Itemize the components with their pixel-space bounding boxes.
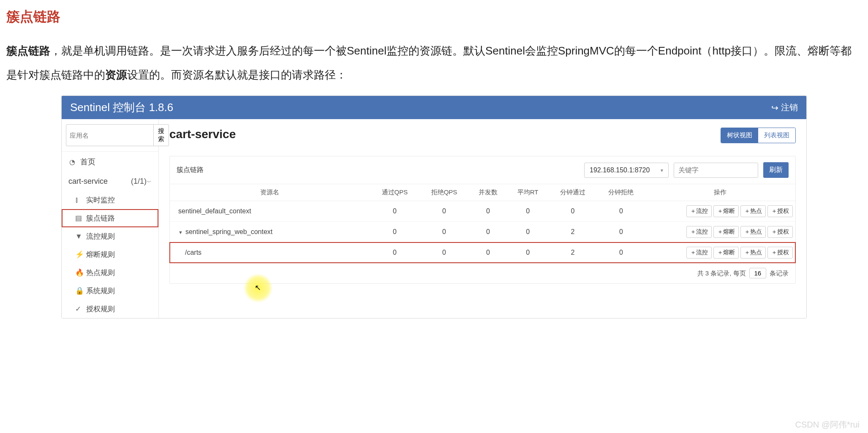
auth-rule-button[interactable]: ＋授权 <box>767 247 793 259</box>
main-title: cart-service <box>169 128 236 141</box>
cell-thread: 0 <box>469 201 507 222</box>
bolt-icon: ⚡ <box>75 250 82 259</box>
cell-block-qps: 0 <box>419 222 469 242</box>
cell-resource-name: /carts <box>170 242 370 263</box>
sidebar-home-label: 首页 <box>80 157 95 167</box>
cell-rt: 0 <box>507 222 549 242</box>
cell-min-block: 0 <box>597 242 645 263</box>
doc-text-2: 设置的。而资源名默认就是接口的请求路径： <box>127 68 347 81</box>
table-row: /carts 0 0 0 0 2 0 ＋流控 ＋熔断 ＋热点 ＋授权 <box>170 242 795 263</box>
app-label: cart-service <box>68 177 108 186</box>
sidebar-item-label: 熔断规则 <box>86 250 115 259</box>
doc-paragraph: 簇点链路，就是单机调用链路。是一次请求进入服务后经过的每一个被Sentinel监… <box>6 39 862 87</box>
sidebar-item-label: 流控规则 <box>86 231 115 241</box>
view-toggle: 树状视图 列表视图 <box>721 128 796 143</box>
cell-ops: ＋流控 ＋熔断 ＋热点 ＋授权 <box>645 222 795 242</box>
cell-rt: 0 <box>507 242 549 263</box>
pager-suffix: 条记录 <box>770 270 789 277</box>
main-content: cart-service 树状视图 列表视图 簇点链路 192.168.150.… <box>159 119 806 318</box>
degrade-rule-button[interactable]: ＋熔断 <box>713 205 739 217</box>
logout-label: 注销 <box>781 102 798 113</box>
list-icon: ▤ <box>75 214 82 223</box>
cell-min-block: 0 <box>597 222 645 242</box>
refresh-button[interactable]: 刷新 <box>763 162 789 178</box>
flow-rule-button[interactable]: ＋流控 <box>686 205 712 217</box>
cell-resource-name: sentinel_default_context <box>170 201 370 222</box>
pager-prefix: 共 3 条记录, 每页 <box>697 270 746 277</box>
check-icon: ✓ <box>75 305 82 313</box>
sidebar-home[interactable]: ◔ 首页 <box>62 152 158 172</box>
app-search-input[interactable] <box>66 124 154 146</box>
tree-view-button[interactable]: 树状视图 <box>721 128 758 143</box>
fire-icon: 🔥 <box>75 268 82 277</box>
cell-block-qps: 0 <box>419 242 469 263</box>
sentinel-console: Sentinel 控制台 1.8.6 ↪ 注销 搜索 ◔ 首页 cart-ser… <box>61 95 807 319</box>
chevron-down-icon: ﹀ <box>147 179 152 185</box>
logout-link[interactable]: ↪ 注销 <box>771 102 798 113</box>
resource-table: 资源名 通过QPS 拒绝QPS 并发数 平均RT 分钟通过 分钟拒绝 操作 se… <box>170 184 795 263</box>
list-view-button[interactable]: 列表视图 <box>758 128 795 143</box>
page-size-input[interactable] <box>749 268 766 278</box>
cell-pass-qps: 0 <box>370 242 419 263</box>
lock-icon: 🔒 <box>75 286 82 295</box>
table-row: sentinel_default_context 0 0 0 0 0 0 ＋流控… <box>170 201 795 222</box>
col-min-block: 分钟拒绝 <box>597 184 645 201</box>
sidebar-item-label: 实时监控 <box>86 195 115 205</box>
cursor-icon: ↖ <box>255 283 261 292</box>
hotspot-rule-button[interactable]: ＋热点 <box>740 247 766 259</box>
col-block-qps: 拒绝QPS <box>419 184 469 201</box>
hotspot-rule-button[interactable]: ＋热点 <box>740 205 766 217</box>
doc-title: 簇点链路 <box>6 8 862 26</box>
keyword-input[interactable] <box>674 163 758 178</box>
clock-icon: ◔ <box>68 158 76 166</box>
resource-panel: 簇点链路 192.168.150.1:8720 刷新 资源名 通过QPS 拒绝Q… <box>169 156 796 284</box>
doc-bold-2: 资源 <box>105 68 127 81</box>
degrade-rule-button[interactable]: ＋熔断 <box>713 226 739 238</box>
cell-min-block: 0 <box>597 201 645 222</box>
filter-icon: ▼ <box>75 232 82 241</box>
cell-rt: 0 <box>507 201 549 222</box>
sidebar: 搜索 ◔ 首页 cart-service (1/1)﹀ ⫿实时监控▤簇点链路▼流… <box>62 119 159 318</box>
doc-bold-1: 簇点链路 <box>6 44 50 57</box>
cell-ops: ＋流控 ＋熔断 ＋热点 ＋授权 <box>645 242 795 263</box>
logout-icon: ↪ <box>771 103 778 113</box>
sidebar-item-label: 簇点链路 <box>86 213 115 223</box>
col-min-pass: 分钟通过 <box>549 184 597 201</box>
degrade-rule-button[interactable]: ＋熔断 <box>713 247 739 259</box>
sidebar-item-5[interactable]: 🔒系统规则 <box>62 282 158 300</box>
sidebar-item-label: 系统规则 <box>86 286 115 296</box>
sidebar-item-label: 授权规则 <box>86 304 115 314</box>
sidebar-item-4[interactable]: 🔥热点规则 <box>62 264 158 282</box>
flow-rule-button[interactable]: ＋流控 <box>686 247 712 259</box>
col-pass-qps: 通过QPS <box>370 184 419 201</box>
sidebar-item-1[interactable]: ▤簇点链路 <box>62 209 158 227</box>
cell-thread: 0 <box>469 222 507 242</box>
col-ops: 操作 <box>645 184 795 201</box>
host-select[interactable]: 192.168.150.1:8720 <box>584 163 669 178</box>
sidebar-item-3[interactable]: ⚡熔断规则 <box>62 245 158 264</box>
sidebar-item-6[interactable]: ✓授权规则 <box>62 300 158 318</box>
panel-label: 簇点链路 <box>177 166 204 174</box>
console-header: Sentinel 控制台 1.8.6 ↪ 注销 <box>62 96 806 119</box>
bar-icon: ⫿ <box>75 196 82 204</box>
sidebar-item-label: 热点规则 <box>86 268 115 278</box>
flow-rule-button[interactable]: ＋流控 <box>686 226 712 238</box>
auth-rule-button[interactable]: ＋授权 <box>767 205 793 217</box>
col-thread: 并发数 <box>469 184 507 201</box>
expand-toggle[interactable]: ▼ <box>178 230 183 235</box>
cell-block-qps: 0 <box>419 201 469 222</box>
app-count: (1/1)﹀ <box>131 177 152 186</box>
sidebar-item-0[interactable]: ⫿实时监控 <box>62 191 158 209</box>
sidebar-app-toggle[interactable]: cart-service (1/1)﹀ <box>62 172 158 191</box>
cell-pass-qps: 0 <box>370 201 419 222</box>
cell-pass-qps: 0 <box>370 222 419 242</box>
cell-thread: 0 <box>469 242 507 263</box>
hotspot-rule-button[interactable]: ＋热点 <box>740 226 766 238</box>
col-name: 资源名 <box>170 184 370 201</box>
cell-min-pass: 2 <box>549 242 597 263</box>
sidebar-item-2[interactable]: ▼流控规则 <box>62 227 158 245</box>
console-title: Sentinel 控制台 1.8.6 <box>70 100 173 115</box>
cell-ops: ＋流控 ＋熔断 ＋热点 ＋授权 <box>645 201 795 222</box>
table-row: ▼sentinel_spring_web_context 0 0 0 0 2 0… <box>170 222 795 242</box>
auth-rule-button[interactable]: ＋授权 <box>767 226 793 238</box>
